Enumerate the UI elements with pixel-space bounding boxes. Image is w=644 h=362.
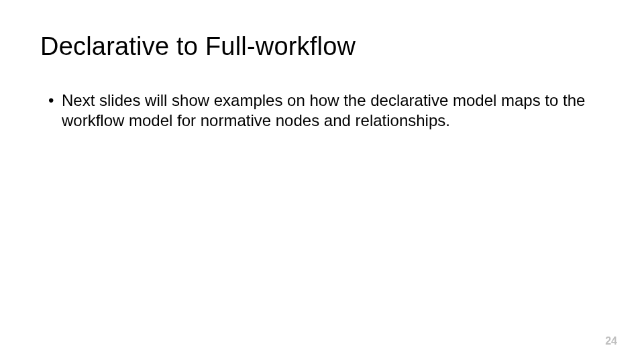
- bullet-list: Next slides will show examples on how th…: [40, 90, 604, 131]
- slide-container: Declarative to Full-workflow Next slides…: [0, 0, 644, 362]
- page-number: 24: [605, 335, 617, 347]
- slide-title: Declarative to Full-workflow: [40, 32, 604, 61]
- bullet-item: Next slides will show examples on how th…: [48, 90, 598, 131]
